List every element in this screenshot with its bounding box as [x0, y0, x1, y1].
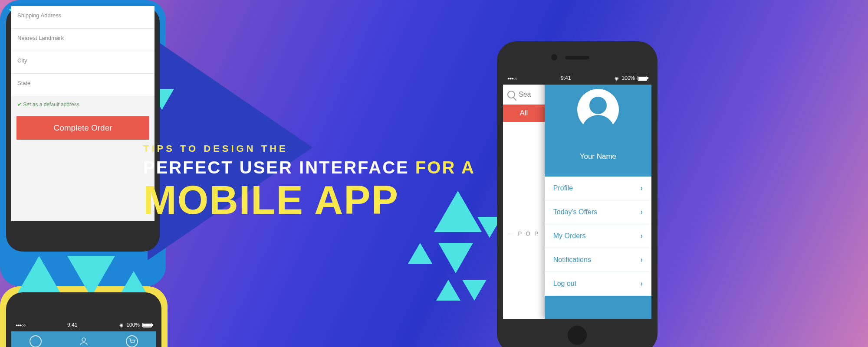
mockup-phone-drawer: 9:41 100% Sea All — P O P Your Name Prof…: [497, 41, 658, 347]
chevron-right-icon: ›: [641, 208, 643, 216]
mockup-phone-checkout: Shipping Address Nearest Landmark City S…: [0, 0, 166, 286]
battery-pct: 100%: [621, 75, 635, 81]
battery-icon: [142, 323, 152, 327]
wifi-icon: [615, 75, 619, 81]
field-shipping-address[interactable]: Shipping Address: [11, 6, 155, 29]
status-bar: 9:41 100%: [503, 72, 651, 85]
headline-line3: MOBILE APP: [143, 177, 475, 223]
status-bar: 9:41 100%: [11, 318, 156, 331]
drawer-menu: Profile› Today's Offers› My Orders› Noti…: [545, 177, 651, 296]
battery-icon: [638, 76, 647, 81]
decor-triangle: [436, 280, 460, 301]
chevron-right-icon: ›: [641, 280, 643, 288]
field-state[interactable]: State: [11, 74, 155, 96]
battery-pct: 100%: [126, 322, 140, 328]
phone-screen: 9:41 100% Search For Products All Men Wo…: [11, 318, 156, 347]
headline-kicker: TIPS TO DESIGN THE: [143, 143, 475, 154]
home-button[interactable]: [568, 326, 587, 345]
compass-icon[interactable]: [30, 335, 42, 347]
phone-camera: [551, 54, 557, 60]
decor-triangle: [122, 271, 146, 292]
menu-item-notifications[interactable]: Notifications›: [545, 248, 651, 272]
decor-triangle: [15, 256, 63, 297]
phone-screen: Shipping Address Nearest Landmark City S…: [11, 6, 155, 221]
app-topbar: [11, 331, 156, 347]
drawer-header: Your Name: [545, 72, 651, 170]
menu-item-offers[interactable]: Today's Offers›: [545, 200, 651, 224]
avatar-icon[interactable]: [577, 89, 619, 131]
chevron-right-icon: ›: [641, 184, 643, 192]
mockup-phone-shop: 9:41 100% Search For Products All Men Wo…: [0, 286, 168, 347]
decor-triangle: [462, 280, 487, 301]
headline-line2-accent: FOR A: [415, 158, 475, 177]
signal-dots-icon: [16, 322, 25, 328]
headline-line2: PERFECT USER INTERFACE FOR A: [143, 158, 475, 177]
field-city[interactable]: City: [11, 51, 155, 74]
svg-point-0: [82, 338, 85, 341]
status-time: 9:41: [67, 322, 77, 328]
phone-speaker: [565, 56, 589, 59]
menu-label: My Orders: [553, 232, 586, 240]
checkbox-default-address[interactable]: Set as a default address: [11, 96, 155, 113]
menu-item-orders[interactable]: My Orders›: [545, 224, 651, 248]
headline-line2-white: PERFECT USER INTERFACE: [143, 158, 409, 177]
nav-drawer: Your Name Profile› Today's Offers› My Or…: [545, 72, 651, 319]
search-row[interactable]: Sea: [503, 85, 545, 105]
popular-label: — P O P: [503, 230, 545, 237]
search-icon: [507, 91, 515, 98]
menu-label: Today's Offers: [553, 208, 597, 216]
chevron-right-icon: ›: [641, 232, 643, 240]
menu-item-logout[interactable]: Log out›: [545, 272, 651, 296]
menu-label: Profile: [553, 184, 573, 192]
chevron-right-icon: ›: [641, 256, 643, 264]
menu-label: Log out: [553, 280, 576, 288]
status-time: 9:41: [561, 75, 571, 81]
decor-triangle: [67, 256, 115, 297]
decor-triangle: [408, 243, 432, 264]
drawer-username: Your Name: [545, 152, 651, 161]
headline-block: TIPS TO DESIGN THE PERFECT USER INTERFAC…: [143, 143, 475, 223]
complete-order-button[interactable]: Complete Order: [16, 116, 149, 140]
cart-icon[interactable]: [126, 335, 138, 347]
user-icon[interactable]: [78, 335, 90, 347]
decor-triangle: [438, 243, 473, 273]
background-list: 9:41 100% Sea All — P O P: [503, 72, 545, 319]
tab-all[interactable]: All: [503, 105, 545, 122]
menu-item-profile[interactable]: Profile›: [545, 177, 651, 200]
wifi-icon: [119, 322, 124, 328]
search-placeholder: Sea: [519, 91, 531, 98]
field-landmark[interactable]: Nearest Landmark: [11, 29, 155, 51]
menu-label: Notifications: [553, 256, 591, 264]
phone-screen: 9:41 100% Sea All — P O P Your Name Prof…: [503, 72, 651, 319]
signal-dots-icon: [507, 75, 517, 81]
